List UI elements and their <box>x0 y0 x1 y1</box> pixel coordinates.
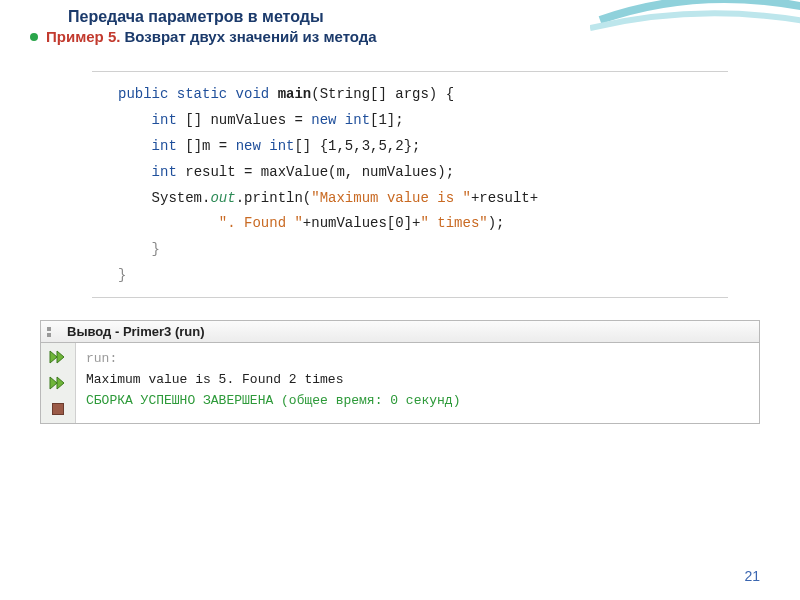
output-message: Maximum value is 5. Found 2 times <box>86 370 751 391</box>
page-number: 21 <box>744 568 760 584</box>
rerun-icon[interactable] <box>47 373 69 393</box>
slide-title: Передача параметров в методы <box>0 0 800 26</box>
output-run-line: run: <box>86 349 751 370</box>
slide: Передача параметров в методы Пример 5. В… <box>0 0 800 600</box>
code-line-7: } <box>118 237 720 263</box>
code-line-5: System.out.println("Maximum value is "+r… <box>118 186 720 212</box>
code-line-2: int [] numValues = new int[1]; <box>118 108 720 134</box>
example-caption: Возврат двух значений из метода <box>124 28 376 45</box>
output-title-bar: Вывод - Primer3 (run) <box>40 320 760 343</box>
code-line-8: } <box>118 263 720 289</box>
code-line-1: public static void main(String[] args) { <box>118 82 720 108</box>
code-block: public static void main(String[] args) {… <box>92 71 728 298</box>
run-icon[interactable] <box>47 347 69 367</box>
example-bullet: Пример 5. Возврат двух значений из метод… <box>0 26 800 45</box>
output-gutter <box>41 343 76 423</box>
output-build-line: СБОРКА УСПЕШНО ЗАВЕРШЕНА (общее время: 0… <box>86 391 751 412</box>
code-line-4: int result = maxValue(m, numValues); <box>118 160 720 186</box>
output-panel: Вывод - Primer3 (run) run: Maximum value… <box>40 320 760 424</box>
example-number: Пример 5. <box>46 28 120 45</box>
bullet-icon <box>30 33 38 41</box>
stop-icon[interactable] <box>47 399 69 419</box>
code-line-6: ". Found "+numValues[0]+" times"); <box>118 211 720 237</box>
output-body: run: Maximum value is 5. Found 2 times С… <box>40 343 760 424</box>
code-line-3: int []m = new int[] {1,5,3,5,2}; <box>118 134 720 160</box>
output-text: run: Maximum value is 5. Found 2 times С… <box>76 343 759 423</box>
